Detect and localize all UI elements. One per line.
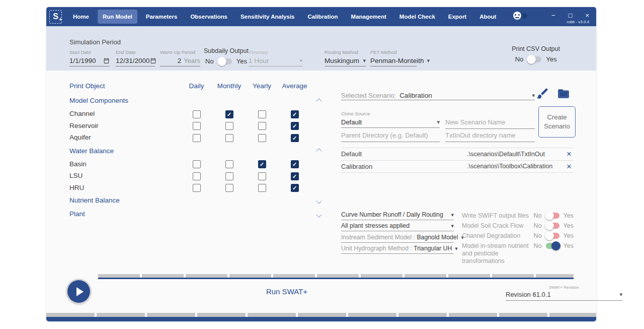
print-csv-toggle[interactable] — [528, 56, 541, 62]
start-date-field[interactable]: Start Date 1/1/1990 — [69, 49, 110, 67]
checkbox-channel-average[interactable]: ✓ — [291, 110, 299, 118]
tab-calibration[interactable]: Calibration — [303, 12, 342, 22]
chevron-up-icon[interactable] — [316, 148, 321, 154]
checkbox-aquifer-daily[interactable] — [193, 134, 201, 142]
checkbox-basin-yearly[interactable]: ✓ — [258, 160, 266, 168]
print-csv-no-label: No — [515, 55, 524, 63]
subdaily-output-label: Subdaily Output — [204, 47, 249, 54]
no-label: No — [534, 222, 542, 229]
robot-theme-icon[interactable] — [513, 12, 521, 20]
checkbox-aquifer-average[interactable]: ✓ — [291, 134, 299, 142]
yes-label: Yes — [564, 222, 574, 229]
chevron-down-icon[interactable] — [316, 212, 321, 217]
table-row-channel: Channel✓✓ — [69, 108, 323, 120]
checkbox-basin-monthly[interactable] — [225, 160, 233, 168]
checkbox-lsu-average[interactable]: ✓ — [291, 172, 299, 180]
checkbox-hru-average[interactable]: ✓ — [291, 184, 299, 192]
version-text: robit - v3.0.4 — [567, 20, 589, 24]
clean-broom-icon[interactable] — [536, 87, 549, 100]
close-button[interactable]: × — [585, 12, 589, 20]
tab-model-check[interactable]: Model Check — [395, 12, 440, 22]
warm-up-value[interactable]: 2 — [178, 57, 182, 64]
checkbox-basin-average[interactable]: ✓ — [291, 160, 299, 168]
chevron-down-icon: ▾ — [619, 291, 622, 298]
subdaily-toggle[interactable] — [218, 58, 232, 64]
selected-scenario-dropdown[interactable]: Selected Scenario: Calibration ▾ — [341, 91, 535, 100]
maximize-button[interactable]: □ — [569, 12, 573, 20]
table-row-hru: HRU✓ — [69, 182, 323, 194]
calendar-icon[interactable] — [103, 57, 110, 64]
checkbox-lsu-daily[interactable] — [193, 172, 201, 180]
warm-up-field[interactable]: Warm-Up Period 2Years — [160, 49, 200, 67]
delete-scenario-icon[interactable]: × — [567, 162, 572, 171]
toggle-channel-degradation[interactable] — [546, 233, 559, 239]
parent-directory-input[interactable]: Parent Directory (e.g. Default) — [341, 130, 440, 142]
routing-method-field[interactable]: Routing Method Muskingum▾ — [325, 49, 366, 67]
checkbox-hru-daily[interactable] — [193, 184, 201, 192]
checkbox-reservoir-yearly[interactable] — [258, 122, 266, 130]
tab-run-model[interactable]: Run Model — [98, 10, 137, 24]
run-swat-label[interactable]: Run SWAT+ — [254, 287, 319, 296]
checkbox-reservoir-average[interactable]: ✓ — [291, 122, 299, 130]
selected-scenario-label: Selected Scenario: — [341, 92, 396, 99]
delete-scenario-icon[interactable]: × — [567, 150, 572, 158]
toggle-model-in-stream-nutrient-and-pesticide-transformations[interactable] — [546, 243, 559, 249]
end-date-value[interactable]: 12/31/2000 — [116, 57, 150, 64]
tab-parameters[interactable]: Parameters — [141, 12, 182, 22]
group-header-plant[interactable]: Plant — [69, 207, 323, 221]
checkbox-aquifer-monthly[interactable] — [225, 134, 233, 142]
start-date-value[interactable]: 1/1/1990 — [69, 57, 96, 64]
checkbox-hru-yearly[interactable] — [258, 184, 266, 192]
minimize-button[interactable]: − — [551, 12, 555, 20]
dropdown-text: All plant stresses applied — [341, 222, 448, 229]
pet-method-value[interactable]: Penman-Monteith — [370, 57, 424, 64]
group-header-water-balance[interactable]: Water Balance — [69, 144, 323, 158]
tab-sensitivity-analysis[interactable]: Sensitivity Analysis — [236, 12, 299, 22]
checkbox-channel-yearly[interactable] — [258, 110, 266, 118]
toggle-model-soil-crack-flow[interactable] — [546, 223, 559, 229]
checkbox-lsu-yearly[interactable] — [258, 172, 266, 180]
run-play-button[interactable] — [67, 280, 90, 303]
new-scenario-name-input[interactable]: New Scenario Name — [445, 117, 535, 129]
checkbox-hru-monthly[interactable] — [225, 184, 233, 192]
pet-method-field[interactable]: PET Method Penman-Monteith▾ — [370, 49, 417, 67]
dropdown-all-plant-stresses-applied[interactable]: All plant stresses applied▾ — [341, 220, 454, 232]
tab-home[interactable]: Home — [68, 12, 94, 22]
dropdown-bagnold-model[interactable]: Instream Sediment Model : Bagnold Model▾ — [341, 231, 454, 243]
dropdown-triangular-uh[interactable]: Unit Hydrograph Method : Triangular UH▾ — [341, 243, 454, 254]
dropdown-label: Instream Sediment Model : — [341, 234, 417, 241]
txtinout-directory-input[interactable]: TxtInOut directory name — [445, 130, 535, 142]
tab-about[interactable]: About — [475, 12, 501, 22]
create-scenario-button[interactable]: Create Scenario — [538, 106, 576, 138]
toggle-write-swift-output-files[interactable] — [546, 213, 559, 219]
dropdown-curve-number-runoff-daily-routing[interactable]: Curve Number Runoff / Daily Routing▾ — [341, 209, 454, 220]
checkbox-reservoir-daily[interactable] — [193, 122, 201, 130]
timestep-field[interactable]: Timestep 1 Hour▾ — [249, 49, 302, 67]
chevron-down-icon: ▾ — [299, 57, 302, 64]
group-header-model-components[interactable]: Model Components — [69, 93, 323, 108]
clone-source-field[interactable]: Clone Source Default▾ — [341, 111, 440, 128]
group-header-nutrient-balance[interactable]: Nutrient Balance — [69, 193, 323, 207]
checkbox-aquifer-yearly[interactable] — [258, 134, 266, 142]
tab-observations[interactable]: Observations — [186, 12, 232, 22]
checkbox-channel-monthly[interactable]: ✓ — [225, 110, 233, 118]
swat-revision-dropdown[interactable]: Revision 61.0.1 ▾ — [506, 291, 622, 301]
routing-method-value[interactable]: Muskingum — [325, 57, 359, 64]
checkbox-lsu-monthly[interactable] — [225, 172, 233, 180]
tab-management[interactable]: Management — [347, 12, 391, 22]
open-folder-icon[interactable] — [556, 87, 571, 100]
main-nav: HomeRun ModelParametersObservationsSensi… — [66, 7, 503, 26]
scenario-row-calibration: Calibration.\scenarios\Toolbox\Calibrati… — [341, 161, 574, 173]
chevron-up-icon[interactable] — [316, 98, 321, 104]
end-date-field[interactable]: End Date 12/31/2000 — [116, 49, 155, 67]
toggle-label: Write SWIFT output files — [462, 211, 534, 220]
clone-source-value[interactable]: Default — [341, 118, 362, 126]
tab-export[interactable]: Export — [444, 12, 471, 22]
calendar-icon[interactable] — [150, 57, 156, 64]
checkbox-basin-daily[interactable] — [193, 160, 201, 168]
checkbox-channel-daily[interactable] — [193, 110, 201, 118]
chevron-down-icon[interactable] — [316, 198, 321, 204]
checkbox-reservoir-monthly[interactable] — [225, 122, 233, 130]
dropdown-label: Unit Hydrograph Method : — [341, 245, 414, 252]
dropdown-text: Instream Sediment Model : Bagnold Model — [341, 234, 458, 241]
